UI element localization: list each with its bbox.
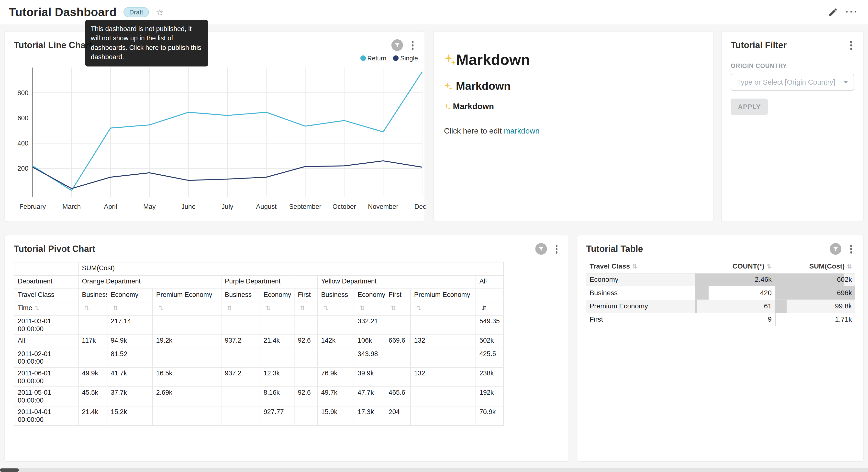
pivot-sort-cell[interactable]: ⇅	[78, 302, 107, 315]
pivot-class-header: Premium Economy	[410, 289, 476, 302]
pivot-title: Tutorial Pivot Chart	[14, 244, 95, 254]
pencil-icon	[828, 7, 838, 17]
pivot-cell	[410, 406, 476, 425]
sum-cell: 1.71k	[775, 313, 855, 326]
travel-class-cell: Business	[586, 286, 695, 300]
pivot-cell	[410, 348, 476, 367]
kebab-menu-icon[interactable]	[847, 39, 855, 51]
pivot-cell: 343.98	[354, 348, 385, 367]
pivot-sort-cell[interactable]: ⇅	[317, 302, 354, 315]
sort-icon[interactable]: ⇅	[391, 304, 396, 311]
column-header-travel-class[interactable]: Travel Class⇅	[586, 260, 695, 273]
markdown-h2: Markdown	[444, 80, 701, 94]
pivot-class-header: Business	[317, 289, 354, 302]
pivot-row: 2011-06-01 00:00:0049.9k41.7k16.5k937.21…	[14, 367, 504, 386]
line-chart-card: Tutorial Line Chart ReturnSingle 2004006…	[4, 31, 425, 222]
sort-icon[interactable]: ⇅	[416, 304, 422, 311]
draft-tooltip[interactable]: This dashboard is not published, it will…	[85, 20, 208, 66]
horizontal-scrollbar[interactable]	[0, 468, 868, 472]
kebab-menu-icon[interactable]	[408, 39, 417, 51]
pivot-class-label: Travel Class	[14, 289, 79, 302]
edit-dashboard-icon[interactable]	[826, 5, 840, 19]
sort-icon[interactable]: ⇅	[34, 304, 40, 311]
column-header-sum-cost[interactable]: SUM(Cost)⇅	[775, 260, 855, 273]
favorite-star-icon[interactable]: ☆	[156, 7, 163, 18]
legend-item[interactable]: Single	[393, 55, 418, 61]
column-header-count[interactable]: COUNT(*)⇅	[695, 260, 775, 273]
pivot-sort-cell[interactable]: ⇅	[354, 302, 385, 315]
markdown-h3: Markdown	[444, 101, 701, 112]
svg-text:August: August	[256, 203, 277, 210]
pivot-cell: 45.5k	[78, 386, 107, 406]
pivot-cell	[294, 348, 317, 367]
pivot-cell	[410, 386, 476, 406]
more-menu-icon[interactable]: ···	[845, 5, 859, 19]
data-table-card: Tutorial Table Travel Class⇅	[577, 235, 864, 462]
pivot-cell: 937.2	[221, 334, 260, 348]
sort-icon[interactable]: ⇅	[300, 304, 305, 311]
pivot-cell	[317, 315, 354, 334]
pivot-cell: 549.35	[476, 315, 504, 334]
origin-country-label: ORIGIN COUNTRY	[731, 62, 854, 69]
chevron-down-icon	[843, 81, 848, 83]
sum-bar	[775, 300, 786, 313]
markdown-link[interactable]: markdown	[504, 126, 539, 135]
apply-button[interactable]: APPLY	[731, 98, 768, 115]
pivot-time-label[interactable]: Time⇅	[14, 302, 79, 315]
legend-item[interactable]: Return	[360, 55, 386, 61]
pivot-cell: 204	[385, 406, 410, 425]
origin-country-select[interactable]: Type or Select [Origin Country]	[731, 73, 854, 90]
scrollbar-thumb[interactable]	[0, 468, 19, 472]
pivot-cell: 465.6	[385, 386, 410, 406]
pivot-cell: 94.9k	[107, 334, 153, 348]
pivot-sort-cell[interactable]: ⇅	[385, 302, 410, 315]
dashboard-page: Tutorial Dashboard Draft ☆ ··· This dash…	[0, 0, 868, 472]
sort-icon[interactable]: ⇅	[767, 263, 772, 270]
pivot-row: 2011-03-01 00:00:00217.14332.21549.35	[14, 315, 504, 334]
pivot-sort-cell[interactable]: ⇅	[153, 302, 221, 315]
sort-icon[interactable]: ⇅	[158, 304, 163, 311]
pivot-sort-cell[interactable]: ⇵	[476, 302, 504, 315]
pivot-sort-cell[interactable]: ⇅	[107, 302, 153, 315]
pivot-class-header	[476, 289, 504, 302]
pivot-sort-cell[interactable]: ⇅	[294, 302, 317, 315]
sum-cell: 696k	[775, 286, 855, 300]
pivot-cell: 12.3k	[260, 367, 294, 386]
sort-icon[interactable]: ⇅	[227, 304, 232, 311]
kebab-menu-icon[interactable]	[552, 243, 561, 255]
sort-icon[interactable]: ⇅	[632, 263, 637, 270]
sort-icon[interactable]: ⇅	[84, 304, 89, 311]
sum-cell: 99.8k	[775, 300, 855, 313]
data-table-wrapper: Travel Class⇅ COUNT(*)⇅ SUM(Cost)⇅ Econo…	[586, 260, 854, 326]
pivot-cell	[78, 348, 107, 367]
sort-icon[interactable]: ⇅	[323, 304, 329, 311]
table-row[interactable]: First91.71k	[586, 313, 855, 326]
pivot-cell: 17.3k	[354, 406, 385, 425]
table-row[interactable]: Premium Economy6199.8k	[586, 300, 855, 313]
pivot-cell	[385, 348, 410, 367]
kebab-menu-icon[interactable]	[847, 243, 855, 255]
chart-legend: ReturnSingle	[360, 55, 418, 61]
pivot-sort-cell[interactable]: ⇅	[221, 302, 260, 315]
filter-indicator-icon[interactable]	[535, 243, 547, 255]
pivot-cell	[221, 386, 260, 406]
table-row[interactable]: Business420696k	[586, 286, 855, 300]
sum-bar	[775, 273, 844, 286]
table-row[interactable]: Economy2.46k602k	[586, 273, 855, 286]
pivot-metric-row: SUM(Cost)	[14, 262, 504, 275]
sort-icon[interactable]: ⇅	[847, 263, 852, 270]
pivot-sort-cell[interactable]: ⇅	[410, 302, 476, 315]
sort-desc-icon[interactable]: ⇵	[482, 304, 487, 311]
filter-indicator-icon[interactable]	[391, 39, 403, 51]
pivot-cell	[317, 348, 354, 367]
pivot-cell: 2.69k	[153, 386, 221, 406]
pivot-row-label: 2011-05-01 00:00:00	[14, 386, 79, 406]
pivot-cell	[294, 315, 317, 334]
sort-icon[interactable]: ⇅	[113, 304, 118, 311]
sort-icon[interactable]: ⇅	[360, 304, 365, 311]
filter-indicator-icon[interactable]	[830, 243, 841, 255]
draft-badge[interactable]: Draft	[123, 7, 149, 17]
legend-dot	[393, 55, 399, 61]
pivot-sort-cell[interactable]: ⇅	[260, 302, 294, 315]
sort-icon[interactable]: ⇅	[266, 304, 271, 311]
